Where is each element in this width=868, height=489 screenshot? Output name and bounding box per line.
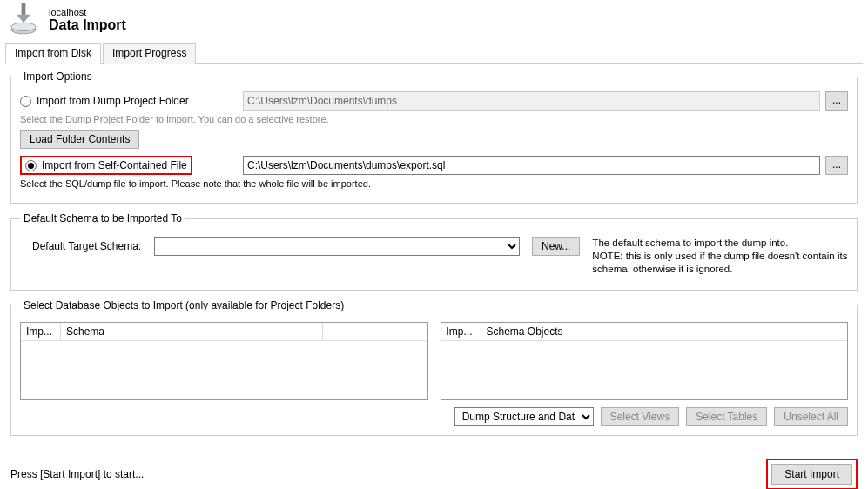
- project-folder-hint: Select the Dump Project Folder to import…: [20, 114, 848, 124]
- data-import-icon: [7, 3, 40, 37]
- radio-project-folder[interactable]: [20, 96, 31, 107]
- new-schema-button[interactable]: New...: [532, 237, 580, 256]
- browse-file-button[interactable]: ...: [825, 156, 848, 175]
- self-contained-file-path-input[interactable]: [243, 156, 820, 175]
- radio-self-contained-file[interactable]: [25, 160, 37, 171]
- project-folder-path-input[interactable]: [243, 91, 820, 111]
- select-views-button[interactable]: Select Views: [601, 407, 679, 426]
- schema-grid-col-spacer: [323, 323, 427, 340]
- select-objects-group: Select Database Objects to Import (only …: [10, 299, 858, 436]
- default-schema-legend: Default Schema to be Imported To: [20, 212, 185, 224]
- import-options-legend: Import Options: [20, 70, 96, 83]
- default-target-schema-select[interactable]: [154, 237, 520, 256]
- page-title: Data Import: [49, 17, 126, 33]
- radio-project-folder-label: Import from Dump Project Folder: [37, 95, 189, 107]
- default-target-schema-label: Default Target Schema:: [20, 237, 142, 252]
- default-schema-group: Default Schema to be Imported To Default…: [10, 212, 858, 291]
- tab-import-from-disk[interactable]: Import from Disk: [5, 43, 101, 64]
- default-schema-note: The default schema to import the dump in…: [592, 237, 848, 276]
- schema-grid-col-imp: Imp...: [21, 323, 61, 340]
- unselect-all-button[interactable]: Unselect All: [774, 407, 848, 426]
- schema-grid-col-schema: Schema: [61, 323, 323, 340]
- load-folder-contents-button[interactable]: Load Folder Contents: [20, 130, 139, 149]
- tab-import-progress[interactable]: Import Progress: [103, 43, 196, 64]
- schema-grid[interactable]: Imp... Schema: [20, 322, 428, 400]
- dump-mode-select[interactable]: Dump Structure and Dat: [454, 407, 594, 426]
- self-contained-file-hint: Select the SQL/dump file to import. Plea…: [20, 178, 848, 189]
- objects-grid-col-objects: Schema Objects: [481, 323, 848, 340]
- tabs: Import from Disk Import Progress: [5, 42, 863, 64]
- self-contained-highlight: Import from Self-Contained File: [20, 156, 192, 175]
- objects-grid[interactable]: Imp... Schema Objects: [441, 322, 849, 400]
- start-import-button[interactable]: Start Import: [771, 464, 852, 485]
- header: localhost Data Import: [0, 0, 868, 42]
- select-objects-legend: Select Database Objects to Import (only …: [20, 299, 347, 311]
- select-tables-button[interactable]: Select Tables: [686, 407, 767, 426]
- status-text: Press [Start Import] to start...: [10, 468, 144, 480]
- start-import-highlight: Start Import: [766, 459, 858, 489]
- connection-host: localhost: [49, 7, 126, 17]
- svg-point-1: [11, 23, 37, 30]
- browse-folder-button[interactable]: ...: [825, 91, 848, 111]
- objects-grid-col-imp: Imp...: [441, 323, 481, 340]
- radio-self-contained-file-label: Import from Self-Contained File: [42, 159, 187, 171]
- import-options-group: Import Options Import from Dump Project …: [10, 70, 858, 204]
